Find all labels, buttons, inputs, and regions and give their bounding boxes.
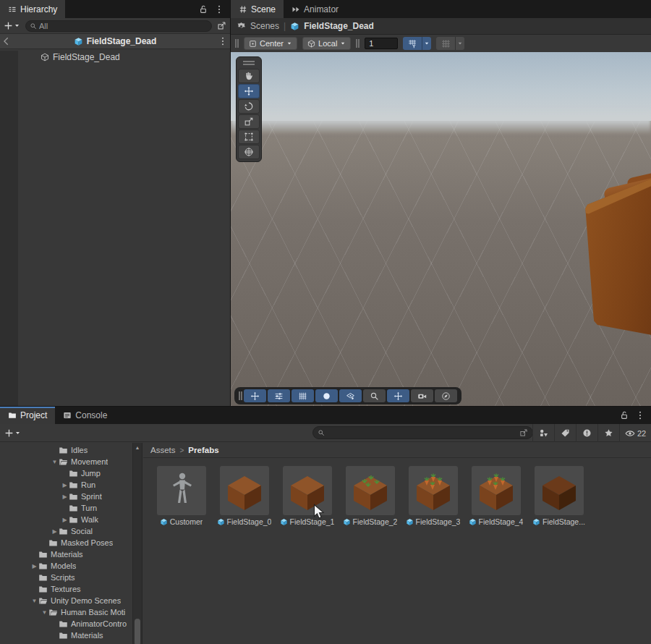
prefab-isolation-header[interactable]: FieldStage_Dead [0, 34, 230, 49]
magnifier-toggle-button[interactable] [363, 389, 386, 402]
kebab-menu-icon[interactable] [214, 4, 224, 14]
move-tool-toggle-button[interactable] [387, 389, 409, 402]
tree-collapsed-arrow[interactable]: ▶ [61, 482, 69, 488]
maximize-search-icon[interactable] [519, 428, 528, 437]
pivot-mode-dropdown[interactable]: Center [244, 37, 297, 50]
grid-snap-dropdown[interactable] [422, 37, 431, 50]
tab-hierarchy[interactable]: Hierarchy [0, 0, 65, 18]
lock-icon[interactable] [619, 410, 629, 420]
tree-item-social[interactable]: ▶Social [0, 525, 142, 537]
tab-animator[interactable]: Animator [284, 0, 346, 18]
tree-collapsed-arrow[interactable]: ▶ [30, 563, 38, 569]
alert-button[interactable] [576, 424, 597, 442]
tab-console[interactable]: Console [55, 407, 115, 424]
tree-item-unity-demo-scenes[interactable]: ▼Unity Demo Scenes [0, 595, 142, 606]
tree-item-turn[interactable]: Turn [0, 502, 142, 514]
grid-visibility-button[interactable] [436, 37, 455, 50]
camera-toggle-button[interactable] [411, 389, 433, 402]
move-tool-button[interactable] [238, 84, 260, 98]
tree-item-materials[interactable]: Materials [0, 548, 142, 560]
asset-thumbnail[interactable] [472, 466, 521, 515]
move-tool-toggle-button[interactable] [244, 389, 266, 402]
lock-icon[interactable] [198, 4, 208, 14]
tree-item-prefabs[interactable]: Prefabs [0, 641, 142, 644]
tree-item-human-basic-moti[interactable]: ▼Human Basic Moti [0, 606, 142, 618]
grid-dense-toggle-button[interactable] [292, 389, 314, 402]
asset-thumbnail[interactable] [346, 466, 395, 515]
tree-expanded-arrow[interactable]: ▼ [41, 609, 48, 616]
project-search[interactable] [312, 426, 533, 439]
add-object-button[interactable] [4, 21, 20, 30]
tree-collapsed-arrow[interactable]: ▶ [51, 528, 59, 535]
asset-fieldstage-1[interactable]: FieldStage_1 [276, 466, 339, 526]
compass-toggle-button[interactable] [435, 389, 457, 402]
star-button[interactable] [597, 424, 619, 442]
tree-item-jump[interactable]: Jump [0, 467, 142, 479]
rotate-tool-button[interactable] [238, 99, 260, 114]
asset-label[interactable]: Customer [160, 517, 203, 526]
overlay-drag-handle[interactable] [243, 61, 255, 65]
asset-fieldstage-2[interactable]: FieldStage_2 [339, 466, 401, 526]
maximize-search-icon[interactable] [217, 21, 226, 30]
tree-expanded-arrow[interactable]: ▼ [51, 459, 59, 465]
scrollbar-thumb[interactable] [135, 619, 140, 644]
visibility-count[interactable]: 22 [619, 424, 651, 442]
tree-scrollbar[interactable]: ▲ [132, 443, 142, 644]
asset-fieldstage-4[interactable]: FieldStage_4 [464, 466, 527, 526]
filter-type-button[interactable] [532, 424, 554, 442]
tree-item-materials[interactable]: Materials [0, 630, 142, 641]
scene-viewport[interactable] [231, 52, 651, 406]
asset-label[interactable]: FieldStage_3 [406, 517, 461, 526]
tree-item-masked-poses[interactable]: Masked Poses [0, 537, 142, 548]
tree-item-run[interactable]: ▶Run [0, 479, 142, 491]
kebab-menu-icon[interactable] [635, 410, 645, 420]
asset-fieldstage-[interactable]: FieldStage... [527, 466, 590, 526]
tree-expanded-arrow[interactable]: ▼ [30, 598, 38, 604]
tree-item-walk[interactable]: ▶Walk [0, 514, 142, 525]
tab-scene[interactable]: Scene [231, 0, 284, 18]
grid-snap-button[interactable] [403, 37, 422, 50]
asset-label[interactable]: FieldStage... [532, 517, 585, 526]
asset-fieldstage-0[interactable]: FieldStage_0 [213, 466, 276, 526]
breadcrumb-scenes[interactable]: Scenes [250, 21, 279, 31]
scrollbar-up-arrow[interactable]: ▲ [133, 443, 142, 452]
project-search-input[interactable] [325, 428, 519, 438]
sphere-toggle-button[interactable] [315, 389, 338, 402]
asset-thumbnail[interactable] [409, 466, 458, 515]
tree-collapsed-arrow[interactable]: ▶ [61, 493, 69, 500]
overlay-drag-handle[interactable] [239, 391, 242, 400]
tree-item-animatorcontro[interactable]: AnimatorContro [0, 618, 142, 630]
back-arrow-icon[interactable] [1, 36, 12, 46]
rect-tool-button[interactable] [238, 130, 260, 144]
asset-customer[interactable]: Customer [150, 466, 213, 526]
transform-tool-button[interactable] [238, 145, 260, 159]
toolbar-drag-handle[interactable] [235, 39, 239, 48]
asset-label[interactable]: FieldStage_1 [280, 517, 335, 526]
label-tag-button[interactable] [554, 424, 576, 442]
asset-label[interactable]: FieldStage_0 [217, 517, 272, 526]
grid-size-field[interactable] [365, 38, 398, 49]
breadcrumb-prefabs[interactable]: Prefabs [188, 446, 218, 454]
asset-label[interactable]: FieldStage_2 [343, 517, 398, 526]
tree-item-scripts[interactable]: Scripts [0, 572, 142, 583]
asset-thumbnail[interactable] [220, 466, 269, 515]
grid-visibility-dropdown[interactable] [455, 37, 464, 50]
tree-item-sprint[interactable]: ▶Sprint [0, 491, 142, 502]
tree-item-movement[interactable]: ▼Movement [0, 456, 142, 467]
asset-thumbnail[interactable] [157, 466, 206, 515]
breadcrumb-assets[interactable]: Assets [150, 446, 176, 454]
asset-label[interactable]: FieldStage_4 [469, 517, 524, 526]
toolbar-drag-handle[interactable] [356, 39, 359, 48]
sliders-toggle-button[interactable] [268, 389, 290, 402]
kebab-menu-icon[interactable] [218, 36, 228, 46]
tree-item-idles[interactable]: Idles [0, 444, 142, 456]
tree-item-textures[interactable]: Textures [0, 583, 142, 595]
scale-tool-button[interactable] [238, 114, 260, 129]
asset-thumbnail[interactable] [535, 466, 584, 515]
layers-toggle-button[interactable] [339, 389, 362, 402]
tree-collapsed-arrow[interactable]: ▶ [61, 517, 69, 523]
create-asset-button[interactable] [4, 428, 21, 438]
asset-fieldstage-3[interactable]: FieldStage_3 [401, 466, 464, 526]
hierarchy-search-input[interactable] [37, 22, 208, 30]
hand-tool-button[interactable] [238, 69, 260, 83]
